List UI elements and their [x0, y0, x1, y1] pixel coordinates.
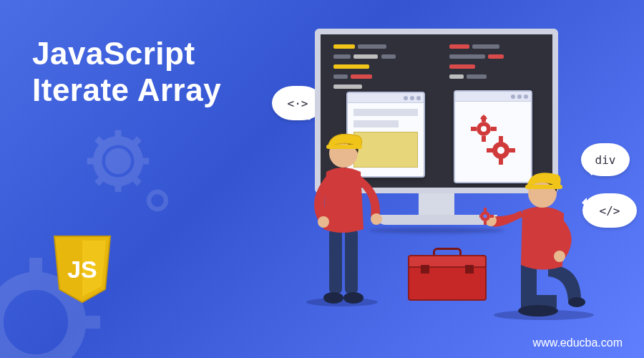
bg-gear-icon: [86, 129, 150, 193]
svg-rect-50: [525, 185, 562, 189]
svg-rect-24: [499, 136, 503, 142]
svg-point-0: [105, 148, 131, 174]
svg-rect-30: [329, 229, 342, 294]
developer-kneeling-icon: [479, 158, 608, 322]
svg-rect-47: [490, 215, 494, 218]
svg-point-33: [343, 292, 364, 304]
code-column-left: [333, 44, 434, 95]
svg-rect-19: [491, 127, 497, 131]
svg-point-32: [323, 292, 343, 304]
svg-point-34: [318, 216, 329, 228]
developer-standing-icon: [292, 122, 392, 308]
svg-rect-31: [345, 229, 358, 294]
page-title: JavaScript Iterate Array: [32, 36, 221, 108]
svg-rect-27: [509, 148, 515, 153]
svg-point-40: [568, 297, 585, 307]
svg-point-42: [554, 251, 565, 262]
svg-point-28: [497, 147, 504, 154]
svg-point-48: [484, 215, 487, 218]
footer-url: www.educba.com: [533, 337, 623, 349]
svg-rect-18: [471, 127, 477, 131]
bg-gear-small-icon: [143, 186, 172, 215]
svg-point-39: [518, 305, 558, 316]
svg-point-10: [149, 192, 166, 209]
bubble-text-tag: <·>: [288, 97, 308, 110]
svg-rect-37: [326, 145, 362, 149]
svg-rect-45: [484, 221, 487, 225]
svg-rect-44: [484, 208, 487, 211]
js-logo-text: JS: [67, 256, 97, 283]
svg-rect-12: [29, 258, 42, 284]
svg-point-35: [371, 213, 382, 225]
code-column-right: [449, 44, 550, 84]
title-line-2: Iterate Array: [32, 72, 221, 109]
illustration: <·>: [250, 29, 623, 329]
toolbox-icon: [408, 251, 487, 301]
svg-rect-26: [487, 148, 493, 153]
svg-rect-46: [479, 215, 480, 218]
js-shield-logo-icon: JS: [50, 233, 114, 308]
svg-point-22: [481, 126, 487, 132]
svg-rect-17: [482, 136, 486, 142]
title-line-1: JavaScript: [32, 36, 221, 72]
svg-rect-13: [74, 316, 100, 329]
